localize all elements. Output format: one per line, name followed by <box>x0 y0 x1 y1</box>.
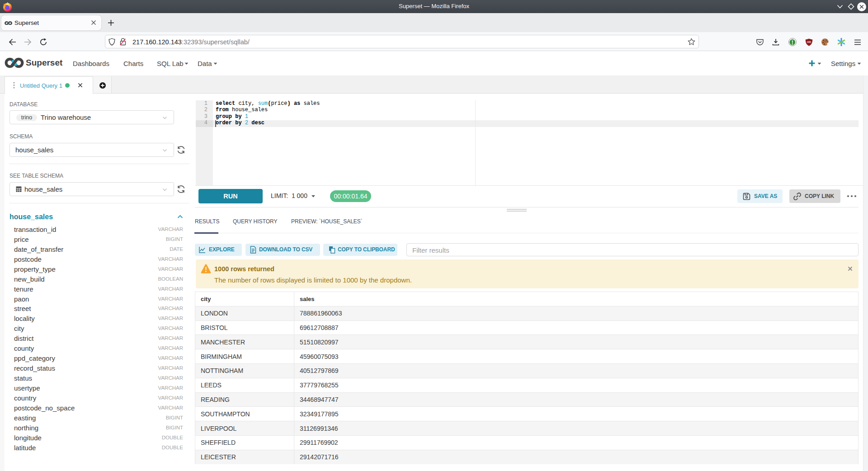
svg-text:UO: UO <box>807 41 811 43</box>
